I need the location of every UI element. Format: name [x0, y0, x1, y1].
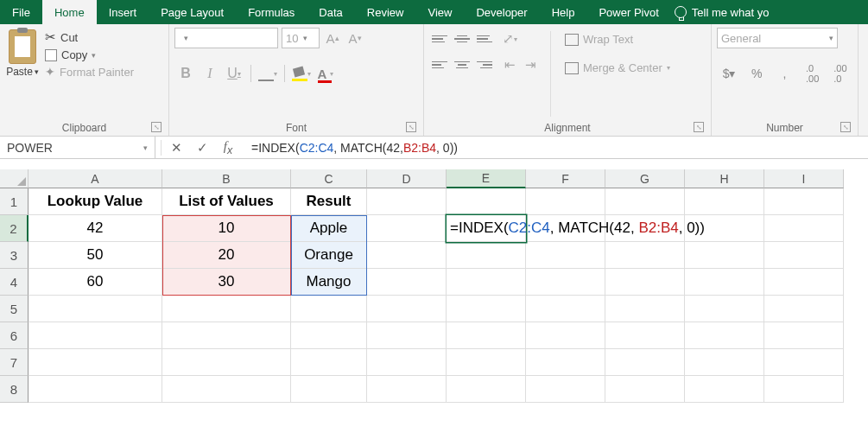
cell-e7[interactable]	[447, 349, 526, 376]
cell-c5[interactable]	[291, 296, 367, 322]
fill-color-button[interactable]: ▾	[290, 62, 313, 85]
cell-h3[interactable]	[685, 242, 764, 269]
cell-c2[interactable]: Apple	[291, 215, 367, 242]
col-header-b[interactable]: B	[162, 169, 291, 188]
cell-b6[interactable]	[162, 322, 291, 349]
row-header-3[interactable]: 3	[0, 242, 29, 269]
cell-f6[interactable]	[526, 322, 605, 349]
col-header-c[interactable]: C	[291, 169, 367, 188]
cell-g5[interactable]	[605, 296, 685, 322]
cell-h6[interactable]	[685, 322, 764, 349]
cell-f5[interactable]	[526, 296, 605, 322]
increase-indent-button[interactable]: ⇥	[521, 55, 540, 74]
underline-button[interactable]: U▾	[223, 62, 245, 85]
increase-decimal-button[interactable]: .0.00	[801, 62, 825, 85]
cell-a1[interactable]: Lookup Value	[29, 188, 162, 215]
cell-i5[interactable]	[764, 296, 844, 322]
enter-formula-button[interactable]: ✓	[189, 140, 215, 156]
row-header-5[interactable]: 5	[0, 296, 29, 322]
cell-e3[interactable]	[447, 242, 526, 269]
tab-insert[interactable]: Insert	[97, 0, 149, 24]
increase-font-button[interactable]: A▴	[323, 29, 342, 48]
font-name-combo[interactable]: ▾	[174, 28, 278, 48]
cell-d7[interactable]	[367, 349, 447, 376]
cell-h4[interactable]	[685, 269, 764, 296]
cell-d4[interactable]	[367, 269, 447, 296]
cell-e8[interactable]	[447, 376, 526, 403]
bold-button[interactable]: B	[174, 62, 197, 85]
cell-c6[interactable]	[291, 322, 367, 349]
clipboard-launcher[interactable]: ⤡	[151, 122, 162, 132]
tab-data[interactable]: Data	[307, 0, 354, 24]
cut-button[interactable]: ✂Cut	[45, 29, 134, 45]
tab-developer[interactable]: Developer	[464, 0, 539, 24]
decrease-indent-button[interactable]: ⇤	[500, 55, 519, 74]
italic-button[interactable]: I	[199, 62, 221, 85]
format-painter-button[interactable]: ✦Format Painter	[45, 65, 134, 79]
cell-i6[interactable]	[764, 322, 844, 349]
cell-b7[interactable]	[162, 349, 291, 376]
tab-home[interactable]: Home	[42, 0, 97, 24]
cell-g8[interactable]	[605, 376, 685, 403]
col-header-h[interactable]: H	[685, 169, 764, 188]
cell-f7[interactable]	[526, 349, 605, 376]
decrease-decimal-button[interactable]: .00.0	[828, 62, 852, 85]
cell-a4[interactable]: 60	[29, 269, 162, 296]
align-right-button[interactable]	[474, 55, 495, 74]
cancel-formula-button[interactable]: ✕	[163, 140, 189, 156]
cell-d3[interactable]	[367, 242, 447, 269]
number-launcher[interactable]: ⤡	[840, 122, 851, 132]
cell-d8[interactable]	[367, 376, 447, 403]
tab-formulas[interactable]: Formulas	[236, 0, 307, 24]
tab-page-layout[interactable]: Page Layout	[149, 0, 236, 24]
cell-i4[interactable]	[764, 269, 844, 296]
cell-e2[interactable]: =INDEX(C2:C4, MATCH(42, B2:B4, 0))	[447, 215, 526, 242]
merge-center-button[interactable]: Merge & Center▾	[561, 60, 674, 76]
cell-d2[interactable]	[367, 215, 447, 242]
tab-power-pivot[interactable]: Power Pivot	[586, 0, 670, 24]
cell-b1[interactable]: List of Values	[162, 188, 291, 215]
cell-c7[interactable]	[291, 349, 367, 376]
cell-a7[interactable]	[29, 349, 162, 376]
cell-i7[interactable]	[764, 349, 844, 376]
cell-i1[interactable]	[764, 188, 844, 215]
cell-h7[interactable]	[685, 349, 764, 376]
row-header-4[interactable]: 4	[0, 269, 29, 296]
cell-a8[interactable]	[29, 376, 162, 403]
comma-format-button[interactable]: ,	[772, 62, 796, 85]
row-header-6[interactable]: 6	[0, 322, 29, 349]
col-header-d[interactable]: D	[367, 169, 447, 188]
cell-c4[interactable]: Mango	[291, 269, 367, 296]
col-header-g[interactable]: G	[605, 169, 685, 188]
cell-f8[interactable]	[526, 376, 605, 403]
tab-file[interactable]: File	[0, 0, 42, 24]
align-top-button[interactable]	[429, 29, 450, 48]
col-header-f[interactable]: F	[526, 169, 605, 188]
cell-h1[interactable]	[685, 188, 764, 215]
cell-a2[interactable]: 42	[29, 215, 162, 242]
tab-help[interactable]: Help	[540, 0, 587, 24]
cell-c8[interactable]	[291, 376, 367, 403]
cell-a6[interactable]	[29, 322, 162, 349]
alignment-launcher[interactable]: ⤡	[694, 122, 704, 132]
font-size-combo[interactable]: 10▾	[282, 28, 320, 48]
tell-me-search[interactable]: Tell me what yo	[675, 6, 770, 19]
name-box[interactable]: POWER▾	[0, 137, 155, 159]
cell-a3[interactable]: 50	[29, 242, 162, 269]
copy-button[interactable]: Copy▾	[45, 48, 134, 61]
row-header-2[interactable]: 2	[0, 215, 29, 242]
number-format-combo[interactable]: General▾	[717, 28, 838, 48]
cell-h8[interactable]	[685, 376, 764, 403]
cell-b5[interactable]	[162, 296, 291, 322]
cell-d6[interactable]	[367, 322, 447, 349]
align-bottom-button[interactable]	[474, 29, 495, 48]
col-header-i[interactable]: I	[764, 169, 844, 188]
accounting-format-button[interactable]: $▾	[717, 62, 741, 85]
row-header-7[interactable]: 7	[0, 349, 29, 376]
align-left-button[interactable]	[429, 55, 450, 74]
cell-i2[interactable]	[764, 215, 844, 242]
font-color-button[interactable]: A▾	[314, 62, 337, 85]
cell-h5[interactable]	[685, 296, 764, 322]
cell-a5[interactable]	[29, 296, 162, 322]
cell-b4[interactable]: 30	[162, 269, 291, 296]
